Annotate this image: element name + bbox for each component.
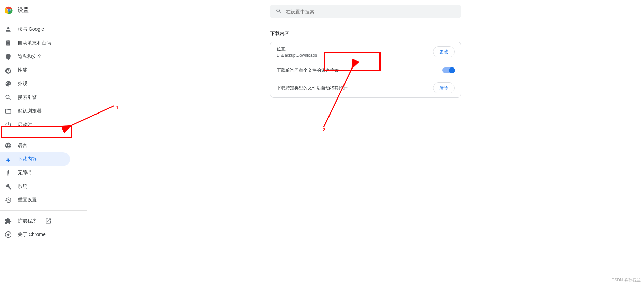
section-title: 下载内容 [270, 31, 461, 37]
sidebar: 设置 您与 Google自动填充和密码隐私和安全性能外观搜索引擎默认浏览器启动时… [0, 0, 87, 285]
ask-before-download-toggle[interactable] [442, 68, 455, 73]
sidebar-item-search-engine[interactable]: 搜索引擎 [0, 91, 70, 104]
search-icon [276, 8, 282, 15]
palette-icon [5, 80, 12, 87]
sidebar-header: 设置 [0, 0, 87, 20]
nav-separator [0, 210, 87, 211]
accessibility-icon [5, 169, 12, 176]
browser-icon [5, 108, 12, 115]
wrench-icon [5, 183, 12, 190]
sidebar-item-default-browser[interactable]: 默认浏览器 [0, 104, 70, 118]
annotation-label-1: 1 [116, 105, 119, 110]
sidebar-item-reset[interactable]: 重置设置 [0, 193, 70, 207]
sidebar-item-languages[interactable]: 语言 [0, 139, 70, 152]
search-box[interactable] [270, 5, 461, 18]
sidebar-item-downloads[interactable]: 下载内容 [0, 152, 70, 166]
annotation-box-toggle [324, 52, 381, 71]
sidebar-item-label: 扩展程序 [18, 218, 37, 224]
sidebar-item-label: 默认浏览器 [18, 108, 42, 114]
sidebar-item-you-and-google[interactable]: 您与 Google [0, 22, 70, 36]
page-title: 设置 [18, 7, 29, 14]
open-in-new-icon [45, 217, 52, 224]
sidebar-item-label: 搜索引擎 [18, 94, 37, 101]
sidebar-item-label: 您与 Google [18, 26, 44, 32]
location-label: 位置 [277, 46, 317, 52]
download-icon [5, 156, 12, 163]
search-area [270, 5, 461, 18]
annotation-box-sidebar-downloads [1, 126, 72, 138]
sidebar-item-autofill[interactable]: 自动填充和密码 [0, 36, 70, 50]
sidebar-item-label: 性能 [18, 67, 27, 73]
sidebar-item-performance[interactable]: 性能 [0, 63, 70, 77]
sidebar-item-label: 重置设置 [18, 197, 37, 203]
extension-icon [5, 217, 12, 224]
main-content: 下载内容 位置 D:\Backup\Downloads 更改 下载前询问每个文件… [87, 0, 644, 285]
chrome-logo-icon [5, 6, 13, 14]
sidebar-item-privacy[interactable]: 隐私和安全 [0, 50, 70, 63]
sidebar-item-appearance[interactable]: 外观 [0, 77, 70, 91]
annotation-label-2: 2 [323, 127, 325, 132]
sidebar-item-label: 自动填充和密码 [18, 40, 51, 46]
sidebar-item-label: 语言 [18, 142, 27, 149]
person-icon [5, 26, 12, 33]
globe-icon [5, 142, 12, 149]
sidebar-item-extensions[interactable]: 扩展程序 [0, 214, 70, 228]
auto-open-label: 下载特定类型的文件后自动将其打开 [277, 85, 348, 91]
svg-point-2 [7, 234, 10, 236]
sidebar-item-label: 隐私和安全 [18, 54, 42, 60]
clear-auto-open-button[interactable]: 清除 [433, 82, 455, 93]
change-location-button[interactable]: 更改 [433, 46, 455, 57]
sidebar-item-about[interactable]: 关于 Chrome [0, 228, 70, 241]
auto-open-row: 下载特定类型的文件后自动将其打开 清除 [270, 78, 461, 97]
sidebar-item-label: 外观 [18, 81, 27, 87]
search-icon [5, 94, 12, 101]
location-value: D:\Backup\Downloads [277, 53, 317, 58]
search-input[interactable] [286, 9, 456, 14]
sidebar-item-system[interactable]: 系统 [0, 180, 70, 193]
watermark: CSDN @秋石兰 [611, 277, 641, 283]
sidebar-item-accessibility[interactable]: 无障碍 [0, 166, 70, 180]
sidebar-item-label: 系统 [18, 183, 27, 190]
sidebar-item-label: 下载内容 [18, 156, 37, 162]
chrome-icon [5, 231, 12, 238]
restore-icon [5, 197, 12, 204]
sidebar-item-label: 无障碍 [18, 170, 32, 176]
sidebar-item-label: 关于 Chrome [18, 231, 46, 238]
speed-icon [5, 67, 12, 74]
shield-icon [5, 53, 12, 60]
assignment-icon [5, 40, 12, 46]
toggle-knob [449, 67, 455, 73]
